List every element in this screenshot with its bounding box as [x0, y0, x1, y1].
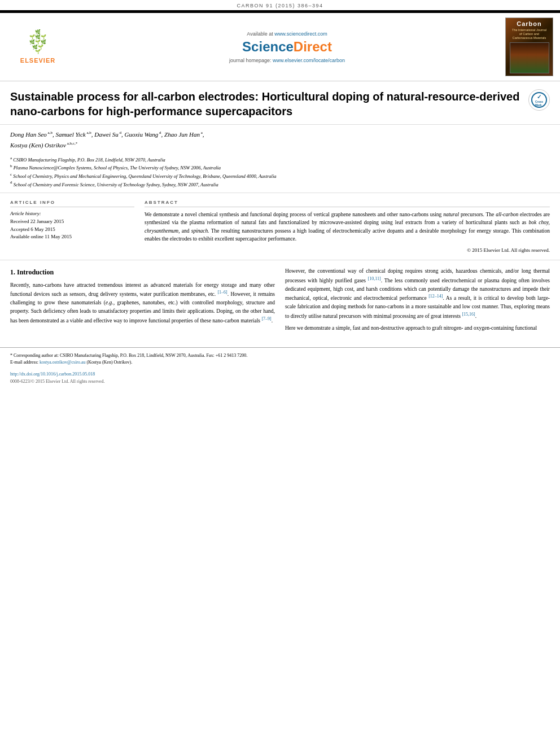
author-dawei-su: Dawei Su [94, 131, 118, 138]
citation-12-14[interactable]: [12–14] [428, 294, 443, 299]
abstract-text: We demonstrate a novel chemical synthesi… [145, 211, 550, 243]
doi-link[interactable]: http://dx.doi.org/10.1016/j.carbon.2015.… [10, 372, 95, 377]
cover-image-placeholder [510, 42, 549, 73]
abstract-heading: ABSTRACT [145, 200, 550, 207]
received-date: Received 22 January 2015 [10, 218, 134, 226]
available-online-date: Available online 11 May 2015 [10, 233, 134, 241]
journal-homepage-link[interactable]: www.elsevier.com/locate/carbon [273, 58, 345, 63]
elsevier-logo: 🌿🌱🌿🌱🌿🌱🌿🌿🌱🌱 ELSEVIER [7, 18, 69, 76]
elsevier-tree-icon: 🌿🌱🌿🌱🌿🌱🌿🌿🌱🌱 [29, 30, 46, 55]
citation-15-16[interactable]: [15,16] [462, 312, 475, 317]
body-left-column: 1. Introduction Recently, nano-carbons h… [10, 267, 275, 336]
affiliations-section: a CSIRO Manufacturing Flagship, P.O. Box… [0, 153, 560, 193]
carbon-journal-title-text: Carbon [517, 20, 542, 27]
crossmark-icon: ✓ CrossMark [531, 92, 547, 108]
affiliation-c: c School of Chemistry, Physics and Mecha… [10, 172, 550, 180]
doi-section: http://dx.doi.org/10.1016/j.carbon.2015.… [0, 369, 560, 378]
citation-1-6[interactable]: [1–6] [217, 290, 227, 295]
author-guoxiu-wang: Guoxiu Wang [125, 131, 159, 138]
author-zhao-jun-han: Zhao Jun Han [164, 131, 200, 138]
authors-line: Dong Han Seo a,b, Samuel Yick a,b, Dawei… [10, 129, 550, 150]
journal-header: 🌿🌱🌿🌱🌿🌱🌿🌿🌱🌱 ELSEVIER Available at www.sci… [0, 12, 560, 81]
article-info-column: ARTICLE INFO Article history: Received 2… [10, 200, 134, 253]
section1-title: 1. Introduction [10, 267, 275, 278]
body-right-column: However, the conventional way of chemica… [285, 267, 550, 336]
article-info-abstract-section: ARTICLE INFO Article history: Received 2… [0, 193, 560, 260]
article-title: Sustainable process for all-carbon elect… [10, 89, 522, 119]
sciencedirect-header: Available at www.sciencedirect.com Scien… [75, 18, 500, 76]
accepted-date: Accepted 6 May 2015 [10, 226, 134, 234]
authors-section: Dong Han Seo a,b, Samuel Yick a,b, Dawei… [0, 125, 560, 152]
carbon-journal-subtitle-text: The International Journalof Carbon andCa… [512, 28, 546, 40]
citation-7-9[interactable]: [7–9] [261, 316, 271, 321]
body-col2-para2: Here we demonstrate a simple, fast and n… [285, 324, 550, 333]
journal-reference: CARBON 91 (2015) 386–394 [0, 0, 560, 10]
affiliation-a: a CSIRO Manufacturing Flagship, P.O. Box… [10, 155, 550, 164]
email-footnote: E-mail address: kostya.ostrikov@csiro.au… [10, 359, 550, 366]
author-kostya-ostrikov: Kostya (Ken) Ostrikov [10, 142, 66, 148]
elsevier-brand-text: ELSEVIER [20, 57, 55, 64]
body-col2-para1: However, the conventional way of chemica… [285, 267, 550, 321]
author-dong-han-seo: Dong Han Seo [10, 131, 47, 138]
article-info-heading: ARTICLE INFO [10, 200, 134, 207]
carbon-journal-cover: Carbon The International Journalof Carbo… [505, 18, 553, 76]
citation-10-11[interactable]: [10,11] [368, 276, 381, 281]
issn-line: 0008-6223/© 2015 Elsevier Ltd. All right… [0, 378, 560, 385]
affiliation-b: b Plasma Nanoscience@Complex Systems, Sc… [10, 163, 550, 172]
body-two-columns: 1. Introduction Recently, nano-carbons h… [10, 267, 550, 336]
sciencedirect-url-link[interactable]: www.sciencedirect.com [274, 31, 327, 37]
affiliation-d: d School of Chemistry and Forensic Scien… [10, 180, 550, 189]
author-samuel-yick: Samuel Yick [55, 131, 85, 138]
abstract-copyright: © 2015 Elsevier Ltd. All rights reserved… [145, 247, 550, 253]
corresponding-author-footnote: * Corresponding author at: CSIRO Manufac… [10, 352, 550, 359]
email-link[interactable]: kostya.ostrikov@csiro.au [40, 360, 86, 365]
journal-homepage-line: journal homepage: www.elsevier.com/locat… [229, 57, 345, 63]
top-bar: CARBON 91 (2015) 386–394 [0, 0, 560, 10]
abstract-column: ABSTRACT We demonstrate a novel chemical… [145, 200, 550, 253]
article-history-heading: Article history: [10, 211, 134, 216]
crossmark-badge[interactable]: ✓ CrossMark [528, 89, 550, 111]
article-title-section: Sustainable process for all-carbon elect… [0, 81, 560, 125]
body-col1-para1: Recently, nano-carbons have attracted tr… [10, 281, 275, 325]
sciencedirect-brand: ScienceDirect [242, 39, 332, 55]
footnotes-section: * Corresponding author at: CSIRO Manufac… [0, 347, 560, 369]
available-at-text: Available at www.sciencedirect.com [247, 30, 327, 37]
body-section: 1. Introduction Recently, nano-carbons h… [0, 260, 560, 343]
